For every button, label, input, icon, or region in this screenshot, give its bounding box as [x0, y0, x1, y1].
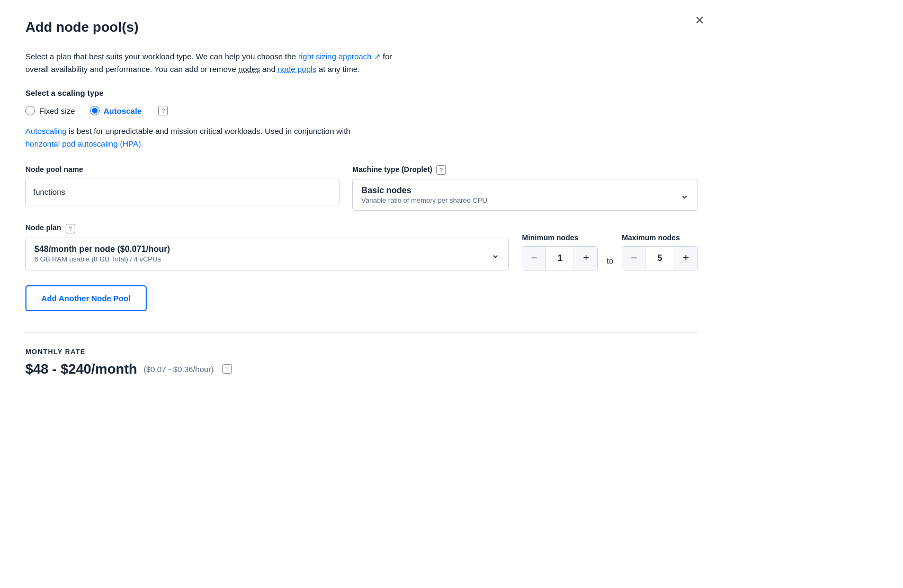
node-plan-dropdown[interactable]: $48/month per node ($0.071/hour) 6 GB RA…: [25, 238, 509, 270]
description-text: Select a plan that best suits your workl…: [25, 50, 396, 76]
right-sizing-link[interactable]: right sizing approach ↗: [298, 52, 381, 61]
maximum-nodes-decrement[interactable]: −: [622, 247, 646, 270]
monthly-rate-main: $48 - $240/month: [25, 361, 137, 377]
name-machine-row: Node pool name Machine type (Droplet) ? …: [25, 165, 698, 211]
add-another-node-pool-button[interactable]: Add Another Node Pool: [25, 285, 147, 311]
monthly-rate-help-icon[interactable]: ?: [222, 364, 232, 374]
modal-title: Add node pool(s): [25, 19, 698, 35]
node-plan-help-icon[interactable]: ?: [66, 224, 75, 233]
node-pool-name-input[interactable]: [25, 178, 339, 205]
autoscale-label: Autoscale: [104, 106, 142, 115]
machine-type-group: Machine type (Droplet) ? Basic nodes Var…: [352, 165, 698, 211]
plan-nodes-row: Node plan ? $48/month per node ($0.071/h…: [25, 223, 698, 270]
hpa-link[interactable]: horizontal pod autoscaling (HPA).: [25, 139, 143, 148]
fixed-size-option[interactable]: Fixed size: [25, 106, 75, 115]
minimum-nodes-increment[interactable]: +: [574, 247, 597, 270]
minimum-nodes-stepper: − 1 +: [522, 246, 598, 270]
node-plan-group: Node plan ? $48/month per node ($0.071/h…: [25, 223, 509, 270]
maximum-nodes-stepper: − 5 +: [622, 246, 698, 270]
divider: [25, 332, 698, 333]
machine-type-sub: Variable ratio of memory per shared CPU: [361, 196, 487, 204]
machine-type-content: Basic nodes Variable ratio of memory per…: [361, 186, 487, 204]
maximum-nodes-label: Maximum nodes: [622, 233, 698, 242]
node-plan-label: Node plan ?: [25, 223, 509, 233]
monthly-rate-sub: ($0.07 - $0.36/hour): [144, 365, 214, 374]
close-button[interactable]: ✕: [695, 15, 704, 26]
nodes-stepper-groups: Minimum nodes − 1 + to Maximum nodes − 5…: [522, 233, 698, 270]
autoscale-description: Autoscaling is best for unpredictable an…: [25, 125, 354, 150]
minimum-nodes-decrement[interactable]: −: [522, 247, 546, 270]
machine-type-dropdown[interactable]: Basic nodes Variable ratio of memory per…: [352, 179, 698, 211]
autoscaling-link[interactable]: Autoscaling: [25, 126, 67, 135]
node-pool-name-group: Node pool name: [25, 165, 339, 211]
node-plan-content: $48/month per node ($0.071/hour) 6 GB RA…: [34, 245, 170, 263]
minimum-nodes-value: 1: [546, 247, 574, 270]
fixed-size-radio[interactable]: [25, 106, 35, 115]
machine-type-main: Basic nodes: [361, 186, 411, 195]
autoscale-option[interactable]: Autoscale: [90, 106, 142, 115]
node-pools-link[interactable]: node pools: [278, 65, 316, 74]
autoscale-radio[interactable]: [90, 106, 100, 115]
autoscale-help-icon[interactable]: ?: [158, 106, 168, 115]
node-plan-chevron-icon: ⌄: [491, 248, 500, 260]
machine-type-label: Machine type (Droplet) ?: [352, 165, 698, 175]
node-plan-main: $48/month per node ($0.071/hour): [34, 245, 170, 254]
scaling-section-label: Select a scaling type: [25, 88, 698, 97]
node-pool-name-label: Node pool name: [25, 165, 339, 174]
machine-type-chevron-icon: ⌄: [680, 188, 689, 201]
machine-type-help-icon[interactable]: ?: [436, 165, 446, 175]
minimum-nodes-group: Minimum nodes − 1 +: [522, 233, 598, 270]
scaling-options-row: Fixed size Autoscale ?: [25, 106, 698, 115]
monthly-rate-value-row: $48 - $240/month ($0.07 - $0.36/hour) ?: [25, 361, 698, 377]
node-plan-sub: 6 GB RAM usable (8 GB Total) / 4 vCPUs: [34, 255, 161, 263]
maximum-nodes-group: Maximum nodes − 5 +: [622, 233, 698, 270]
minimum-nodes-label: Minimum nodes: [522, 233, 598, 242]
maximum-nodes-value: 5: [646, 247, 674, 270]
maximum-nodes-increment[interactable]: +: [674, 247, 698, 270]
to-label: to: [606, 256, 613, 270]
monthly-rate-label: MONTHLY RATE: [25, 348, 698, 356]
fixed-size-label: Fixed size: [39, 106, 75, 115]
modal-container: ✕ Add node pool(s) Select a plan that be…: [0, 0, 723, 471]
